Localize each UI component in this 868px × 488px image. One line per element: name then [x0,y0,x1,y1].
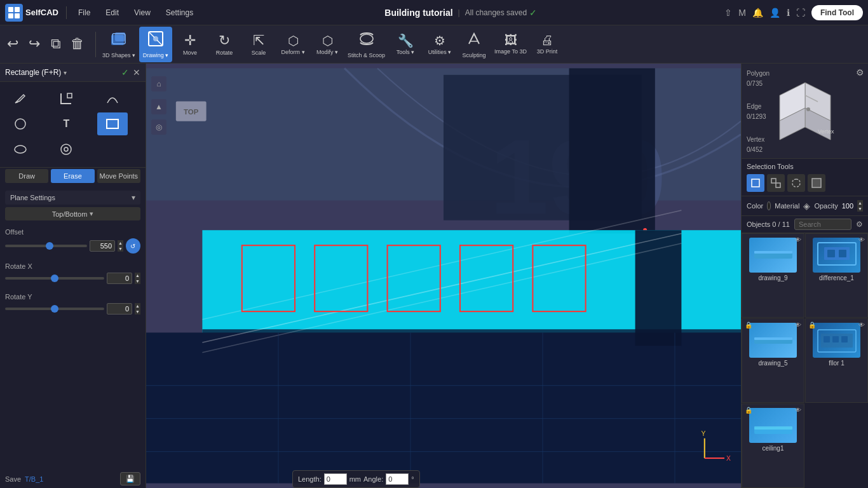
box-select-icon[interactable] [747,174,764,192]
tool-3d-print[interactable]: 🖨 3D Print [531,27,564,62]
search-input[interactable] [794,219,851,230]
tool-deform[interactable]: ⬡ Deform [276,27,309,62]
object-visibility-icon[interactable]: 👁 [858,322,865,329]
object-lock-icon[interactable]: 🔒 [808,322,816,329]
user-icon[interactable]: 👤 [770,8,780,18]
panel-check-button[interactable]: ✓ [121,67,129,78]
opacity-down[interactable]: ▼ [857,206,863,212]
panel-title-arrow[interactable]: ▾ [64,69,67,76]
draw-tool-ellipse[interactable] [5,138,36,161]
offset-down[interactable]: ▼ [118,246,123,252]
delete-button[interactable]: 🗑 [67,27,88,62]
tool-stitch-scoop[interactable]: Stitch & Scoop [345,27,388,62]
erase-mode-button[interactable]: Erase [51,169,94,183]
rotate-y-down[interactable]: ▼ [135,309,140,315]
rotate-y-up[interactable]: ▲ [135,303,140,309]
tool-rotate[interactable]: ↻ Rotate [208,27,241,62]
rotate-x-up[interactable]: ▲ [135,273,140,278]
tool-3d-shapes[interactable]: 3D Shapes [100,27,138,62]
rotate-y-input[interactable] [107,303,132,315]
tool-sculpting[interactable]: Sculpting [458,27,491,62]
color-picker[interactable] [767,201,771,210]
tool-3d-print-label: 3D Print [537,49,558,55]
offset-input[interactable] [90,240,115,252]
plane-settings[interactable]: Plane Settings ▾ [5,191,140,205]
tool-modify[interactable]: ⬡ Modify [311,27,344,62]
tool-tools[interactable]: 🔧 Tools [389,27,422,62]
rotate-x-slider[interactable] [5,277,104,280]
tool-drawing[interactable]: Drawing [139,27,172,62]
share-icon[interactable]: ⇧ [724,8,732,18]
object-lock-icon[interactable]: 🔒 [745,407,752,414]
search-gear-icon[interactable]: ⚙ [856,220,863,229]
info-icon[interactable]: ℹ [787,8,790,18]
panel-close-button[interactable]: ✕ [133,67,140,78]
undo-button[interactable]: ↩ [3,27,23,62]
angle-input[interactable] [386,473,409,485]
object-visibility-icon[interactable]: 👁 [858,236,865,243]
menu-settings[interactable]: Settings [162,7,197,18]
compass-nav-icon[interactable]: ◎ [151,119,166,135]
canvas-area[interactable]: ⌂ ▲ ◎ 190 TOP [146,64,741,488]
paint-select-icon[interactable] [808,174,825,192]
draw-tool-pen[interactable] [5,87,36,110]
rotate-x-input[interactable] [107,273,132,284]
svg-line-10 [157,40,162,45]
tool-scale[interactable]: ⇱ Scale [242,27,275,62]
fullscreen-icon[interactable]: ⛶ [796,8,805,18]
object-visibility-icon[interactable]: 👁 [795,236,801,243]
menu-view[interactable]: View [130,7,154,18]
object-lock-icon[interactable]: 🔒 [745,322,752,329]
save-button[interactable]: 💾 [120,472,140,485]
object-card-ceiling1[interactable]: 🔒 👁 ceiling1 [742,403,804,488]
draw-tool-circle[interactable] [5,112,36,135]
selection-tools: Selection Tools [742,159,868,196]
object-visibility-icon[interactable]: 👁 [795,407,801,414]
medal-icon[interactable]: M [738,8,746,18]
north-nav-icon[interactable]: ▲ [151,99,166,114]
draw-tool-corner-rect[interactable] [51,87,81,110]
tool-utilities[interactable]: ⚙ Utilities [423,27,456,62]
topbottom-button[interactable]: Top/Bottom ▾ [5,207,140,220]
rotate-y-slider[interactable] [5,308,104,310]
menu-file[interactable]: File [74,7,94,18]
home-nav-icon[interactable]: ⌂ [151,76,166,92]
menu-edit[interactable]: Edit [102,7,123,18]
group-select-icon[interactable] [767,174,785,192]
object-card-floor1[interactable]: 🔒 👁 fllor 1 [805,318,868,403]
object-visibility-icon[interactable]: 👁 [795,322,801,329]
offset-up[interactable]: ▲ [118,240,123,246]
object-name: drawing_9 [758,274,787,281]
draw-tool-rectangle[interactable] [97,112,128,135]
offset-action-button[interactable]: ↺ [126,238,140,254]
view-cube-gear-icon[interactable]: ⚙ [856,67,864,78]
rotate-x-down[interactable]: ▼ [135,278,140,284]
notification-icon[interactable]: 🔔 [752,8,763,18]
object-card-drawing9[interactable]: 👁 drawing_9 [742,233,804,318]
draw-tool-text[interactable]: T [51,112,81,135]
material-icon[interactable]: ◈ [803,201,810,211]
svg-point-54 [806,107,810,111]
object-card-drawing5[interactable]: 🔒 👁 drawing_5 [742,318,804,403]
lasso-select-icon[interactable] [787,174,805,192]
length-input[interactable] [324,473,347,485]
tool-move[interactable]: ✛ Move [173,27,207,62]
redo-button[interactable]: ↪ [24,27,44,62]
draw-tool-curve[interactable] [97,87,128,110]
draw-tool-dotcircle[interactable] [51,138,81,161]
object-name: fllor 1 [829,360,844,367]
offset-slider[interactable] [5,245,87,247]
color-label: Color [747,202,763,210]
copy-button[interactable]: ⧉ [46,27,66,62]
object-card-difference1[interactable]: 👁 difference_1 [805,233,868,318]
app-logo[interactable]: SelfCAD [5,4,58,22]
svg-point-11 [360,34,373,43]
draw-mode-button[interactable]: Draw [5,169,48,183]
find-tool-button[interactable]: Find Tool [811,5,863,20]
offset-section: Offset ▲ ▼ ↺ [0,226,146,260]
tool-image-to-3d[interactable]: 🖼 Image To 3D [492,27,529,62]
sculpting-icon [465,30,483,51]
move-points-mode-button[interactable]: Move Points [97,169,140,183]
view-cube-svg[interactable]: Vertex [770,76,840,146]
opacity-up[interactable]: ▲ [857,200,863,206]
